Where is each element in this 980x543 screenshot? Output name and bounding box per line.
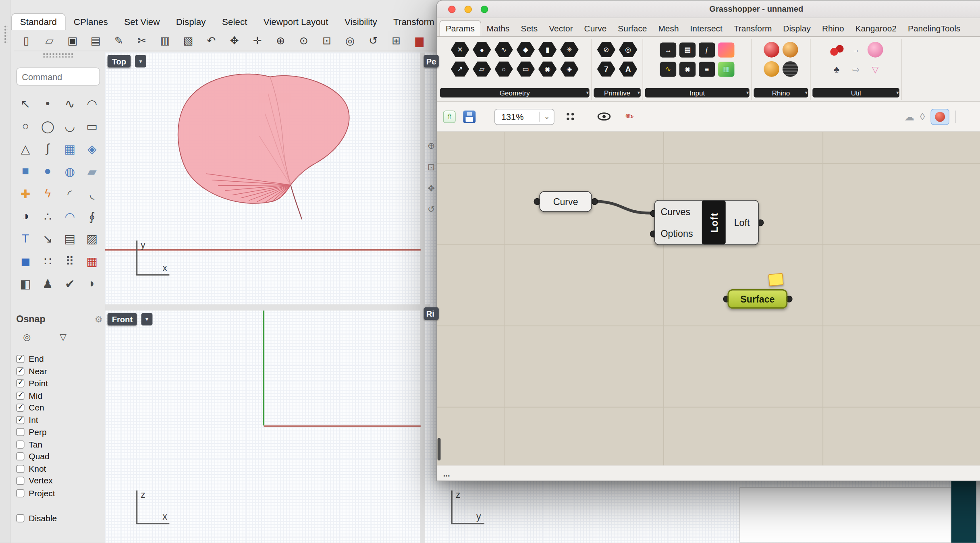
menu-tab-visibility[interactable]: Visibility	[336, 14, 385, 30]
drape-icon[interactable]: ◗	[82, 274, 102, 294]
grasshopper-titlebar[interactable]: Grasshopper - unnamed	[437, 1, 980, 18]
viewport-label-perspective[interactable]: Pe	[424, 55, 439, 67]
gh-tab-curve[interactable]: Curve	[579, 21, 612, 36]
osnap-row-tan[interactable]: Tan	[16, 438, 104, 450]
hand-icon[interactable]: ✥	[426, 183, 436, 193]
checkbox-project[interactable]	[16, 489, 24, 497]
arrow-outline-icon[interactable]: ⇨	[848, 62, 864, 77]
chamfer-icon[interactable]: ◟	[82, 183, 102, 204]
gh-group-caret[interactable]: ▾	[586, 90, 589, 95]
checkbox-int[interactable]: ✓	[16, 416, 24, 424]
panel-drag-handle[interactable]	[42, 52, 74, 57]
gh-tab-surface[interactable]: Surface	[612, 21, 652, 36]
gh-tab-display[interactable]: Display	[777, 21, 816, 36]
print-icon[interactable]: ▤	[88, 33, 103, 48]
checkbox-end[interactable]: ✓	[16, 355, 24, 363]
arc-icon[interactable]: ◡	[60, 116, 80, 137]
puzzle-icon[interactable]: ✚	[15, 183, 36, 204]
gh-group-label-geometry[interactable]: Geometry	[440, 88, 590, 97]
panel-icon[interactable]: ▤	[679, 42, 696, 57]
gh-group-caret[interactable]: ▾	[896, 90, 899, 95]
knob-icon[interactable]: ◉	[679, 62, 696, 77]
polygon-icon[interactable]: △	[15, 139, 36, 159]
ellipse-icon[interactable]: ◯	[37, 116, 58, 137]
gh-tab-kangaroo2[interactable]: Kangaroo2	[850, 21, 902, 36]
zoom-region-icon[interactable]: ⊡	[426, 162, 436, 172]
box-icon[interactable]: ■	[15, 161, 36, 181]
gear-icon[interactable]: ⚙	[95, 314, 102, 324]
gradient-icon[interactable]	[718, 42, 734, 57]
menu-tab-cplanes[interactable]: CPlanes	[66, 14, 116, 30]
point-param-icon[interactable]: ●	[473, 42, 492, 58]
gh-group-caret[interactable]: ▾	[637, 90, 640, 95]
loft-input-curves[interactable]: Curves	[660, 207, 702, 216]
osnap-row-end[interactable]: ✓End	[16, 353, 104, 365]
viewport-caret-top[interactable]: ▾	[135, 55, 146, 67]
menu-tab-viewport-layout[interactable]: Viewport Layout	[255, 14, 336, 30]
osnap-row-cen[interactable]: ✓Cen	[16, 402, 104, 414]
osnap-filter-icon[interactable]: ▽	[54, 330, 73, 344]
gh-tab-params[interactable]: Params	[439, 20, 481, 36]
checkbox-near[interactable]: ✓	[16, 367, 24, 375]
statusbar-ellipsis[interactable]: ...	[443, 469, 450, 479]
zoom-extents-icon[interactable]: ◎	[343, 33, 357, 48]
gh-tab-mesh[interactable]: Mesh	[652, 21, 684, 36]
open-file-icon[interactable]: ▱	[42, 33, 57, 48]
rectangle-param-icon[interactable]: ▭	[516, 61, 535, 77]
gh-group-caret[interactable]: ▾	[805, 90, 808, 95]
gh-tab-rhino[interactable]: Rhino	[816, 21, 850, 36]
blend-curve-icon[interactable]: ◠	[60, 206, 80, 226]
sticky-note-icon[interactable]	[768, 273, 784, 286]
rotate-view-icon[interactable]: ↺	[365, 33, 380, 48]
flask-icon[interactable]: ▽	[867, 62, 883, 77]
rhino-surface-icon[interactable]	[764, 61, 779, 77]
gh-tab-vector[interactable]: Vector	[543, 21, 578, 36]
close-x-icon[interactable]: ✕	[451, 42, 469, 58]
viewport-divider-vertical[interactable]	[420, 52, 425, 543]
gh-group-label-util[interactable]: Util	[812, 88, 899, 97]
loft-input-options[interactable]: Options	[660, 229, 702, 238]
checkbox-cen[interactable]: ✓	[16, 404, 24, 412]
grid-icon[interactable]: ⠿	[60, 251, 80, 272]
surface-grid-icon[interactable]: ▦	[60, 139, 80, 159]
menu-tab-set-view[interactable]: Set View	[116, 14, 168, 30]
tree-icon[interactable]: ♣	[828, 62, 845, 77]
rhino-curve-icon[interactable]	[764, 42, 779, 58]
osnap-row-near[interactable]: ✓Near	[16, 365, 104, 377]
save-document-button[interactable]	[463, 110, 475, 123]
patch-icon[interactable]: ◈	[82, 139, 102, 159]
pointer-icon[interactable]: ↖	[15, 93, 36, 114]
osnap-row-perp[interactable]: Perp	[16, 426, 104, 438]
gh-group-label-input[interactable]: Input	[645, 88, 750, 97]
block-icon[interactable]: ▤	[60, 228, 80, 249]
car-icon[interactable]: ▆	[412, 33, 427, 48]
menu-tab-transform[interactable]: Transform	[385, 14, 438, 30]
pan-hand-icon[interactable]: ✥	[227, 33, 242, 48]
control-curve-icon[interactable]: ◠	[82, 93, 102, 114]
relay-arrow-icon[interactable]: →	[848, 42, 864, 57]
interpolate-curve-icon[interactable]: ∿	[60, 93, 80, 114]
gh-group-caret[interactable]: ▾	[746, 90, 749, 95]
paintbrush-icon[interactable]: ✎	[623, 109, 637, 124]
rectangle-icon[interactable]: ▭	[82, 116, 102, 137]
mesh-param-icon[interactable]: ✳	[560, 42, 579, 58]
gh-tab-transform[interactable]: Transform	[728, 21, 778, 36]
box-param-icon[interactable]: ◈	[560, 61, 579, 77]
number-slider-icon[interactable]: ↔	[660, 42, 676, 57]
donut-icon[interactable]	[868, 42, 883, 58]
zoom-plus-icon[interactable]: ⊕	[426, 141, 436, 151]
new-file-icon[interactable]: ▯	[19, 33, 34, 48]
zoom-in-icon[interactable]: ⊕	[273, 33, 288, 48]
gh-tab-sets[interactable]: Sets	[515, 21, 543, 36]
lightning-icon[interactable]: ϟ	[37, 183, 58, 204]
loft-component[interactable]: Curves Options Loft Loft	[654, 200, 759, 245]
checkbox-quad[interactable]	[16, 452, 24, 460]
gh-tab-panelingtools[interactable]: PanelingTools	[902, 21, 966, 36]
torus-icon[interactable]: ◍	[60, 161, 80, 181]
four-view-icon[interactable]: ⊞	[389, 33, 404, 48]
domain-param-icon[interactable]: ◎	[619, 42, 638, 58]
zoom-window-icon[interactable]: ⊡	[320, 33, 334, 48]
copy-icon[interactable]: ▥	[158, 33, 172, 48]
canvas-scrollbar-thumb[interactable]	[438, 438, 441, 460]
curve-output-connector[interactable]	[591, 198, 598, 205]
